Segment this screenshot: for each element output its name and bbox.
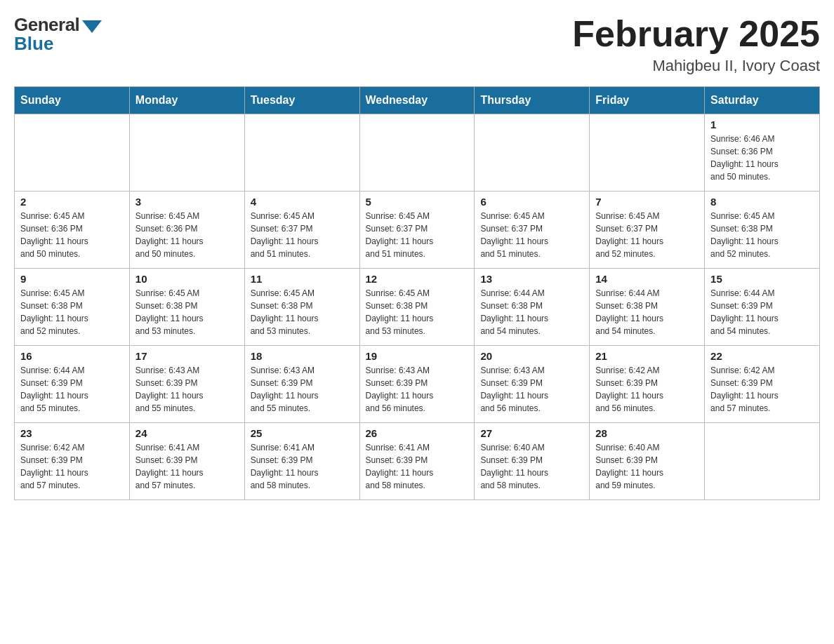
week-row-5: 23Sunrise: 6:42 AM Sunset: 6:39 PM Dayli…: [15, 423, 820, 500]
day-info: Sunrise: 6:45 AM Sunset: 6:37 PM Dayligh…: [595, 210, 699, 260]
day-cell: 9Sunrise: 6:45 AM Sunset: 6:38 PM Daylig…: [15, 269, 130, 346]
day-number: 4: [251, 196, 354, 208]
day-info: Sunrise: 6:40 AM Sunset: 6:39 PM Dayligh…: [595, 441, 699, 492]
title-section: February 2025 Mahigbeu II, Ivory Coast: [572, 14, 820, 75]
day-info: Sunrise: 6:43 AM Sunset: 6:39 PM Dayligh…: [251, 364, 354, 415]
day-cell: 10Sunrise: 6:45 AM Sunset: 6:38 PM Dayli…: [129, 269, 244, 346]
column-header-monday: Monday: [129, 87, 244, 114]
day-info: Sunrise: 6:45 AM Sunset: 6:38 PM Dayligh…: [251, 287, 354, 337]
day-info: Sunrise: 6:45 AM Sunset: 6:37 PM Dayligh…: [480, 210, 583, 260]
day-info: Sunrise: 6:44 AM Sunset: 6:38 PM Dayligh…: [595, 287, 699, 337]
column-header-thursday: Thursday: [475, 87, 590, 114]
day-number: 17: [135, 350, 239, 362]
day-number: 5: [366, 196, 469, 208]
column-header-tuesday: Tuesday: [244, 87, 359, 114]
day-number: 3: [135, 196, 239, 208]
column-header-friday: Friday: [590, 87, 705, 114]
day-number: 11: [251, 273, 354, 285]
day-info: Sunrise: 6:45 AM Sunset: 6:36 PM Dayligh…: [20, 210, 124, 260]
day-cell: 26Sunrise: 6:41 AM Sunset: 6:39 PM Dayli…: [359, 423, 475, 500]
day-number: 7: [595, 196, 699, 208]
day-number: 1: [710, 119, 814, 130]
week-row-3: 9Sunrise: 6:45 AM Sunset: 6:38 PM Daylig…: [15, 269, 820, 346]
day-info: Sunrise: 6:42 AM Sunset: 6:39 PM Dayligh…: [710, 364, 814, 415]
day-number: 9: [20, 273, 124, 285]
day-number: 12: [366, 273, 469, 285]
location-subtitle: Mahigbeu II, Ivory Coast: [572, 57, 820, 75]
day-number: 27: [480, 427, 583, 439]
day-cell: 14Sunrise: 6:44 AM Sunset: 6:38 PM Dayli…: [590, 269, 705, 346]
day-cell: 3Sunrise: 6:45 AM Sunset: 6:36 PM Daylig…: [129, 192, 244, 269]
column-header-saturday: Saturday: [705, 87, 820, 114]
day-number: 13: [480, 273, 583, 285]
day-cell: 8Sunrise: 6:45 AM Sunset: 6:38 PM Daylig…: [705, 192, 820, 269]
day-cell: 22Sunrise: 6:42 AM Sunset: 6:39 PM Dayli…: [705, 346, 820, 423]
day-cell: 18Sunrise: 6:43 AM Sunset: 6:39 PM Dayli…: [244, 346, 359, 423]
page-header: General Blue February 2025 Mahigbeu II, …: [14, 14, 820, 75]
day-info: Sunrise: 6:43 AM Sunset: 6:39 PM Dayligh…: [480, 364, 583, 415]
column-header-wednesday: Wednesday: [359, 87, 475, 114]
day-cell: [15, 114, 130, 192]
logo-blue-text: Blue: [14, 33, 53, 55]
day-info: Sunrise: 6:45 AM Sunset: 6:36 PM Dayligh…: [135, 210, 239, 260]
day-info: Sunrise: 6:42 AM Sunset: 6:39 PM Dayligh…: [20, 441, 124, 492]
day-number: 18: [251, 350, 354, 362]
day-number: 2: [20, 196, 124, 208]
day-cell: [129, 114, 244, 192]
day-number: 28: [595, 427, 699, 439]
day-number: 16: [20, 350, 124, 362]
day-number: 14: [595, 273, 699, 285]
day-cell: [359, 114, 475, 192]
day-number: 24: [135, 427, 239, 439]
calendar-header-row: SundayMondayTuesdayWednesdayThursdayFrid…: [15, 87, 820, 114]
day-info: Sunrise: 6:44 AM Sunset: 6:38 PM Dayligh…: [480, 287, 583, 337]
day-cell: [705, 423, 820, 500]
day-cell: 27Sunrise: 6:40 AM Sunset: 6:39 PM Dayli…: [475, 423, 590, 500]
day-info: Sunrise: 6:42 AM Sunset: 6:39 PM Dayligh…: [595, 364, 699, 415]
day-info: Sunrise: 6:45 AM Sunset: 6:37 PM Dayligh…: [251, 210, 354, 260]
day-cell: [475, 114, 590, 192]
day-number: 10: [135, 273, 239, 285]
day-cell: 7Sunrise: 6:45 AM Sunset: 6:37 PM Daylig…: [590, 192, 705, 269]
day-info: Sunrise: 6:41 AM Sunset: 6:39 PM Dayligh…: [366, 441, 469, 492]
day-cell: 28Sunrise: 6:40 AM Sunset: 6:39 PM Dayli…: [590, 423, 705, 500]
day-info: Sunrise: 6:43 AM Sunset: 6:39 PM Dayligh…: [366, 364, 469, 415]
day-info: Sunrise: 6:44 AM Sunset: 6:39 PM Dayligh…: [710, 287, 814, 337]
day-cell: 24Sunrise: 6:41 AM Sunset: 6:39 PM Dayli…: [129, 423, 244, 500]
day-cell: 17Sunrise: 6:43 AM Sunset: 6:39 PM Dayli…: [129, 346, 244, 423]
day-number: 26: [366, 427, 469, 439]
day-info: Sunrise: 6:45 AM Sunset: 6:38 PM Dayligh…: [20, 287, 124, 337]
day-number: 6: [480, 196, 583, 208]
day-cell: 13Sunrise: 6:44 AM Sunset: 6:38 PM Dayli…: [475, 269, 590, 346]
day-number: 8: [710, 196, 814, 208]
column-header-sunday: Sunday: [15, 87, 130, 114]
day-cell: 20Sunrise: 6:43 AM Sunset: 6:39 PM Dayli…: [475, 346, 590, 423]
day-cell: 5Sunrise: 6:45 AM Sunset: 6:37 PM Daylig…: [359, 192, 475, 269]
day-cell: 4Sunrise: 6:45 AM Sunset: 6:37 PM Daylig…: [244, 192, 359, 269]
day-number: 21: [595, 350, 699, 362]
day-info: Sunrise: 6:41 AM Sunset: 6:39 PM Dayligh…: [135, 441, 239, 492]
day-info: Sunrise: 6:45 AM Sunset: 6:38 PM Dayligh…: [710, 210, 814, 260]
day-cell: [590, 114, 705, 192]
day-cell: 23Sunrise: 6:42 AM Sunset: 6:39 PM Dayli…: [15, 423, 130, 500]
day-info: Sunrise: 6:44 AM Sunset: 6:39 PM Dayligh…: [20, 364, 124, 415]
day-cell: 21Sunrise: 6:42 AM Sunset: 6:39 PM Dayli…: [590, 346, 705, 423]
week-row-2: 2Sunrise: 6:45 AM Sunset: 6:36 PM Daylig…: [15, 192, 820, 269]
week-row-4: 16Sunrise: 6:44 AM Sunset: 6:39 PM Dayli…: [15, 346, 820, 423]
month-title: February 2025: [572, 14, 820, 54]
day-info: Sunrise: 6:41 AM Sunset: 6:39 PM Dayligh…: [251, 441, 354, 492]
day-cell: [244, 114, 359, 192]
day-cell: 1Sunrise: 6:46 AM Sunset: 6:36 PM Daylig…: [705, 114, 820, 192]
week-row-1: 1Sunrise: 6:46 AM Sunset: 6:36 PM Daylig…: [15, 114, 820, 192]
day-info: Sunrise: 6:45 AM Sunset: 6:38 PM Dayligh…: [366, 287, 469, 337]
day-info: Sunrise: 6:40 AM Sunset: 6:39 PM Dayligh…: [480, 441, 583, 492]
day-info: Sunrise: 6:45 AM Sunset: 6:37 PM Dayligh…: [366, 210, 469, 260]
day-cell: 16Sunrise: 6:44 AM Sunset: 6:39 PM Dayli…: [15, 346, 130, 423]
day-cell: 25Sunrise: 6:41 AM Sunset: 6:39 PM Dayli…: [244, 423, 359, 500]
day-number: 15: [710, 273, 814, 285]
day-cell: 12Sunrise: 6:45 AM Sunset: 6:38 PM Dayli…: [359, 269, 475, 346]
day-number: 20: [480, 350, 583, 362]
calendar-table: SundayMondayTuesdayWednesdayThursdayFrid…: [14, 86, 820, 500]
day-cell: 15Sunrise: 6:44 AM Sunset: 6:39 PM Dayli…: [705, 269, 820, 346]
day-cell: 19Sunrise: 6:43 AM Sunset: 6:39 PM Dayli…: [359, 346, 475, 423]
